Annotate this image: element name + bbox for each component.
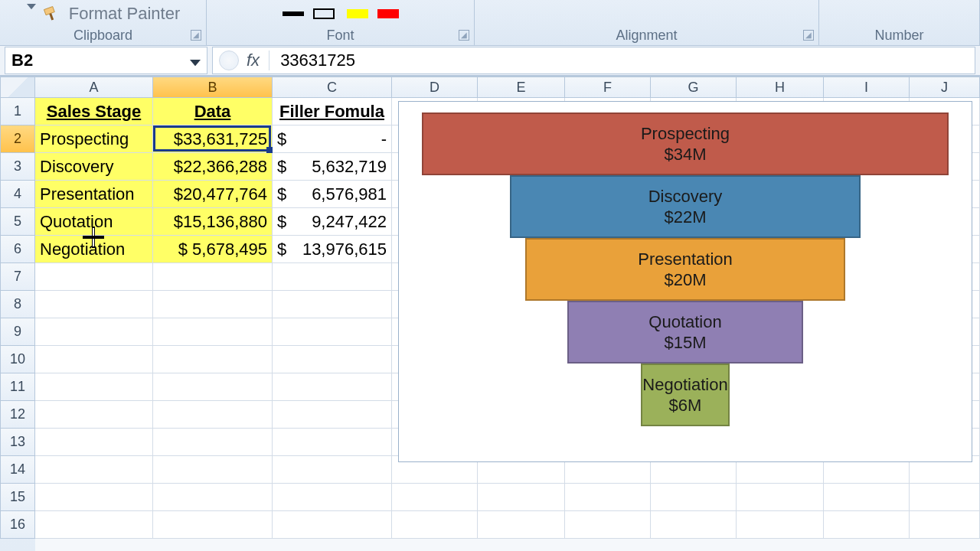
cell[interactable] bbox=[153, 484, 273, 511]
cell[interactable] bbox=[565, 511, 651, 539]
cell[interactable]: $6,576,981 bbox=[273, 181, 392, 208]
border-bottom-icon[interactable] bbox=[283, 11, 304, 16]
cell[interactable] bbox=[737, 484, 824, 511]
cell[interactable] bbox=[273, 346, 392, 373]
cell[interactable]: Presentation bbox=[35, 181, 153, 208]
column-header[interactable]: H bbox=[737, 77, 824, 98]
row-header[interactable]: 13 bbox=[0, 429, 35, 456]
cell[interactable] bbox=[478, 484, 565, 511]
cell[interactable] bbox=[35, 484, 153, 511]
cell[interactable] bbox=[35, 346, 153, 373]
cell[interactable] bbox=[153, 318, 273, 346]
column-header[interactable]: J bbox=[910, 77, 980, 98]
cell[interactable] bbox=[153, 373, 273, 401]
format-painter-button[interactable]: Format Painter bbox=[41, 4, 181, 24]
funnel-bar[interactable]: Negotiation$6M bbox=[641, 364, 730, 426]
cell[interactable]: Quotation bbox=[35, 208, 153, 236]
header-cell[interactable]: Data bbox=[153, 98, 273, 126]
alignment-launcher-icon[interactable]: ◢ bbox=[803, 30, 814, 41]
formula-bar[interactable]: fx 33631725 bbox=[212, 47, 975, 74]
row-header[interactable]: 12 bbox=[0, 401, 35, 429]
cell[interactable] bbox=[35, 456, 153, 484]
row-header[interactable]: 4 bbox=[0, 181, 35, 208]
row-header[interactable]: 15 bbox=[0, 484, 35, 511]
cell[interactable] bbox=[737, 511, 824, 539]
row-header[interactable]: 3 bbox=[0, 153, 35, 181]
cell[interactable] bbox=[910, 511, 980, 539]
cell[interactable]: $5,632,719 bbox=[273, 153, 392, 181]
row-header[interactable]: 8 bbox=[0, 291, 35, 318]
border-box-icon[interactable] bbox=[313, 8, 335, 19]
cell[interactable]: $9,247,422 bbox=[273, 208, 392, 236]
cell[interactable] bbox=[392, 484, 478, 511]
cell[interactable]: $33,631,725 bbox=[153, 126, 273, 153]
cell[interactable] bbox=[273, 263, 392, 291]
cell[interactable] bbox=[35, 401, 153, 429]
row-header[interactable]: 16 bbox=[0, 511, 35, 539]
cell[interactable] bbox=[35, 373, 153, 401]
cell[interactable] bbox=[565, 484, 651, 511]
cell[interactable]: Discovery bbox=[35, 153, 153, 181]
cell[interactable] bbox=[153, 429, 273, 456]
column-header[interactable]: D bbox=[392, 77, 478, 98]
cell[interactable] bbox=[153, 263, 273, 291]
cell[interactable]: $15,136,880 bbox=[153, 208, 273, 236]
name-box-dropdown-icon[interactable] bbox=[190, 51, 201, 70]
cancel-formula-icon[interactable] bbox=[219, 51, 239, 70]
header-cell[interactable]: Sales Stage bbox=[35, 98, 153, 126]
cell[interactable] bbox=[273, 484, 392, 511]
column-header[interactable]: F bbox=[565, 77, 651, 98]
cell[interactable] bbox=[273, 429, 392, 456]
funnel-bar[interactable]: Quotation$15M bbox=[567, 301, 803, 364]
cell[interactable]: $22,366,288 bbox=[153, 153, 273, 181]
row-header[interactable]: 6 bbox=[0, 236, 35, 263]
row-header[interactable]: 5 bbox=[0, 208, 35, 236]
cell[interactable] bbox=[824, 484, 910, 511]
funnel-bar[interactable]: Prospecting$34M bbox=[422, 112, 949, 175]
fx-icon[interactable]: fx bbox=[247, 51, 270, 70]
cell[interactable] bbox=[824, 511, 910, 539]
select-all-corner[interactable] bbox=[0, 77, 35, 98]
header-cell[interactable]: Filler Fomula bbox=[273, 98, 392, 126]
font-color-swatch[interactable] bbox=[377, 9, 399, 18]
cell[interactable] bbox=[153, 291, 273, 318]
column-header[interactable]: E bbox=[478, 77, 565, 98]
cell[interactable] bbox=[153, 456, 273, 484]
cell[interactable]: $20,477,764 bbox=[153, 181, 273, 208]
cell[interactable] bbox=[273, 318, 392, 346]
cell[interactable] bbox=[35, 263, 153, 291]
cell[interactable] bbox=[35, 318, 153, 346]
cell[interactable] bbox=[153, 401, 273, 429]
cell[interactable] bbox=[35, 291, 153, 318]
cell[interactable] bbox=[273, 401, 392, 429]
cell[interactable] bbox=[273, 456, 392, 484]
row-header[interactable]: 11 bbox=[0, 373, 35, 401]
cell[interactable] bbox=[273, 511, 392, 539]
row-header[interactable]: 10 bbox=[0, 346, 35, 373]
funnel-chart[interactable]: Prospecting$34MDiscovery$22MPresentation… bbox=[398, 101, 972, 462]
row-header[interactable]: 14 bbox=[0, 456, 35, 484]
column-header[interactable]: G bbox=[651, 77, 737, 98]
row-header[interactable]: 9 bbox=[0, 318, 35, 346]
cell[interactable] bbox=[35, 429, 153, 456]
clipboard-launcher-icon[interactable]: ◢ bbox=[191, 30, 201, 41]
cell[interactable]: $ 5,678,495 bbox=[153, 236, 273, 263]
cell[interactable] bbox=[392, 511, 478, 539]
cell[interactable] bbox=[478, 511, 565, 539]
font-launcher-icon[interactable]: ◢ bbox=[459, 30, 469, 41]
cell[interactable] bbox=[910, 484, 980, 511]
name-box[interactable]: B2 bbox=[5, 47, 207, 74]
cell[interactable]: $13,976,615 bbox=[273, 236, 392, 263]
cell[interactable]: $- bbox=[273, 126, 392, 153]
paste-dropdown-icon[interactable] bbox=[26, 2, 37, 12]
cell[interactable] bbox=[651, 484, 737, 511]
column-header[interactable]: B bbox=[153, 77, 273, 98]
column-header[interactable]: I bbox=[824, 77, 910, 98]
row-header[interactable]: 1 bbox=[0, 98, 35, 126]
cell[interactable] bbox=[153, 346, 273, 373]
column-header[interactable]: A bbox=[35, 77, 153, 98]
cell[interactable] bbox=[651, 511, 737, 539]
cell[interactable] bbox=[35, 511, 153, 539]
fill-color-swatch[interactable] bbox=[347, 9, 368, 18]
cell[interactable] bbox=[153, 511, 273, 539]
